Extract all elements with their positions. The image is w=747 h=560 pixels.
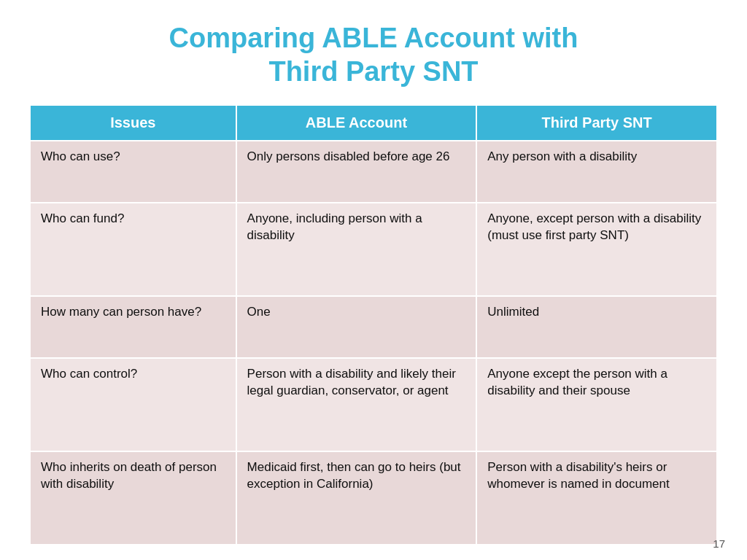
header-snt: Third Party SNT	[476, 105, 717, 141]
cell-snt: Any person with a disability	[476, 141, 717, 203]
cell-able: Medicaid first, then can go to heirs (bu…	[236, 451, 477, 545]
table-header-row: Issues ABLE Account Third Party SNT	[30, 105, 717, 141]
cell-issue: Who can fund?	[30, 203, 236, 296]
table-row: Who can use?Only persons disabled before…	[30, 141, 717, 203]
slide-container: Comparing ABLE Account with Third Party …	[0, 0, 747, 560]
cell-able: One	[236, 296, 477, 358]
cell-snt: Person with a disability's heirs or whom…	[476, 451, 717, 545]
cell-issue: Who inherits on death of person with dis…	[30, 451, 236, 545]
comparison-table: Issues ABLE Account Third Party SNT Who …	[29, 104, 718, 545]
cell-snt: Anyone, except person with a disability …	[476, 203, 717, 296]
title-line1: Comparing ABLE Account with	[169, 23, 578, 53]
header-issues: Issues	[30, 105, 236, 141]
cell-issue: Who can control?	[30, 358, 236, 451]
cell-snt: Unlimited	[476, 296, 717, 358]
table-row: How many can person have?OneUnlimited	[30, 296, 717, 358]
page-number: 17	[713, 537, 725, 550]
cell-snt: Anyone except the person with a disabili…	[476, 358, 717, 451]
slide-title: Comparing ABLE Account with Third Party …	[29, 22, 718, 88]
cell-able: Person with a disability and likely thei…	[236, 358, 477, 451]
table-row: Who can fund?Anyone, including person wi…	[30, 203, 717, 296]
title-line2: Third Party SNT	[268, 56, 478, 87]
cell-able: Only persons disabled before age 26	[236, 141, 477, 203]
table-row: Who inherits on death of person with dis…	[30, 451, 717, 545]
table-row: Who can control?Person with a disability…	[30, 358, 717, 451]
header-able: ABLE Account	[236, 105, 477, 141]
cell-issue: How many can person have?	[30, 296, 236, 358]
cell-issue: Who can use?	[30, 141, 236, 203]
cell-able: Anyone, including person with a disabili…	[236, 203, 477, 296]
